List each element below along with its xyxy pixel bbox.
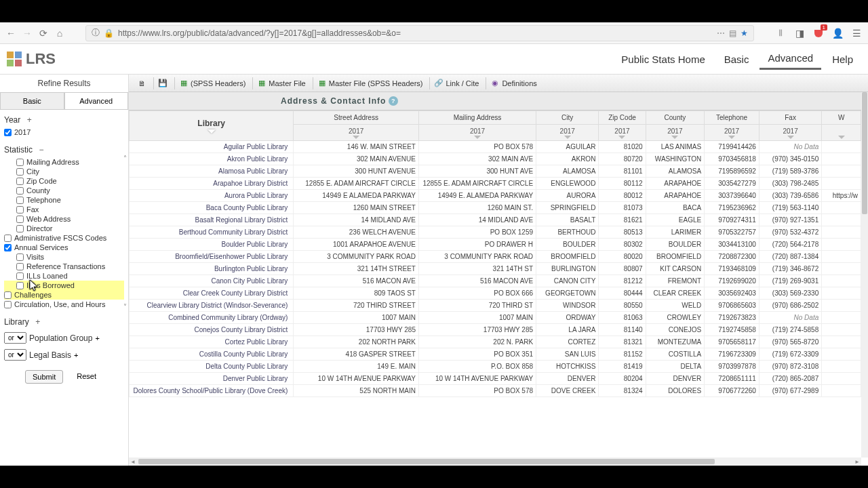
nav-advanced[interactable]: Advanced bbox=[760, 48, 821, 70]
help-icon[interactable]: ? bbox=[389, 96, 398, 106]
stat-checkbox[interactable] bbox=[16, 178, 24, 185]
section-collapse-up-icon[interactable]: ˄ bbox=[123, 155, 127, 162]
home-button[interactable]: ⌂ bbox=[54, 28, 65, 39]
table-row[interactable]: Denver Public Library10 W 14TH AVENUE PA… bbox=[130, 373, 861, 385]
stat-checkbox[interactable] bbox=[16, 282, 24, 289]
table-row[interactable]: Delta County Public Library149 E. MAINP.… bbox=[130, 361, 861, 373]
nav-basic[interactable]: Basic bbox=[716, 49, 757, 69]
stat-row[interactable]: Administrative FSCS Codes bbox=[4, 233, 124, 243]
col-street[interactable]: Street Address bbox=[294, 111, 419, 125]
bookmark-icon[interactable]: ★ bbox=[741, 28, 748, 38]
reader-icon[interactable]: ▤ bbox=[729, 28, 736, 38]
table-row[interactable]: Burlington Public Library321 14TH STREET… bbox=[130, 263, 861, 275]
stat-checkbox[interactable] bbox=[16, 206, 24, 214]
col-fax[interactable]: Fax bbox=[759, 111, 821, 125]
export-master-button[interactable]: ▦Master File bbox=[252, 77, 309, 89]
year-2017-row[interactable]: 2017 bbox=[4, 127, 124, 137]
stat-row[interactable]: Circulation, Use, and Hours bbox=[4, 300, 124, 309]
table-row[interactable]: Dolores County School/Public Library (Do… bbox=[130, 385, 861, 397]
table-row[interactable]: Akron Public Library302 MAIN AVENUE302 M… bbox=[130, 153, 861, 165]
stat-checkbox[interactable] bbox=[16, 272, 24, 280]
sidebar-icon[interactable]: ◨ bbox=[793, 27, 806, 39]
table-row[interactable]: Combined Community Library (Ordway)1007 … bbox=[130, 312, 861, 324]
vertical-scrollbar[interactable] bbox=[861, 92, 868, 458]
table-row[interactable]: Canon City Public Library516 MACON AVE51… bbox=[130, 275, 861, 287]
stat-checkbox[interactable] bbox=[16, 187, 24, 195]
table-row[interactable]: Cortez Public Library202 NORTH PARK202 N… bbox=[130, 336, 861, 348]
url-bar[interactable]: ⓘ 🔒 https://www.lrs.org/public/data/adva… bbox=[85, 25, 754, 41]
table-row[interactable]: Alamosa Public Library300 HUNT AVENUE300… bbox=[130, 165, 861, 178]
nav-help[interactable]: Help bbox=[824, 49, 861, 69]
logo[interactable]: LRS bbox=[7, 50, 56, 68]
stat-row[interactable]: County bbox=[4, 186, 124, 195]
stat-checkbox[interactable] bbox=[16, 263, 24, 270]
scrollbar-thumb[interactable] bbox=[862, 92, 867, 214]
stat-checkbox[interactable] bbox=[4, 291, 12, 299]
table-row[interactable]: Costilla County Public Library418 GASPER… bbox=[130, 348, 861, 361]
horizontal-scrollbar[interactable] bbox=[129, 458, 861, 466]
back-button[interactable]: ← bbox=[5, 28, 16, 39]
stat-checkbox[interactable] bbox=[4, 244, 12, 251]
stat-row[interactable]: Fax bbox=[4, 205, 124, 214]
filter-year-header[interactable]: Year + bbox=[4, 113, 124, 127]
pop-group-or-select[interactable]: or bbox=[4, 332, 26, 344]
export-blank-button[interactable]: 🗎 bbox=[133, 77, 151, 89]
library-icon[interactable]: ⫴ bbox=[774, 27, 787, 39]
stat-row[interactable]: City bbox=[4, 167, 124, 176]
stat-row[interactable]: Challenges bbox=[4, 290, 124, 300]
stat-checkbox[interactable] bbox=[4, 301, 12, 308]
sidebar-tab-basic[interactable]: Basic bbox=[0, 92, 64, 109]
table-row[interactable]: Clear Creek County Library District809 T… bbox=[130, 287, 861, 300]
table-row[interactable]: Arapahoe Library District12855 E. ADAM A… bbox=[130, 178, 861, 190]
stat-row[interactable]: Telephone bbox=[4, 195, 124, 205]
section-collapse-down-icon[interactable]: ˅ bbox=[123, 303, 127, 310]
more-icon[interactable]: ⋯ bbox=[717, 28, 725, 38]
export-master-spss-button[interactable]: ▦Master File (SPSS Headers) bbox=[313, 77, 427, 89]
stat-checkbox[interactable] bbox=[16, 253, 24, 261]
col-mailing[interactable]: Mailing Address bbox=[418, 111, 536, 125]
site-info-icon[interactable]: ⓘ bbox=[92, 27, 100, 39]
definitions-button[interactable]: ◉Definitions bbox=[486, 77, 540, 89]
table-row[interactable]: Berthoud Community Library District236 W… bbox=[130, 226, 861, 239]
stat-checkbox[interactable] bbox=[16, 159, 24, 166]
submit-button[interactable]: Submit bbox=[25, 370, 63, 384]
col-web[interactable]: W bbox=[822, 111, 861, 125]
scrollbar-thumb[interactable] bbox=[138, 459, 715, 464]
sidebar-tab-advanced[interactable]: Advanced bbox=[64, 92, 129, 109]
filter-library-header[interactable]: Library + bbox=[4, 314, 124, 329]
export-spss-button[interactable]: ▦(SPSS Headers) bbox=[174, 77, 250, 89]
stat-checkbox[interactable] bbox=[4, 235, 12, 242]
col-city[interactable]: City bbox=[536, 111, 599, 125]
table-row[interactable]: Clearview Library District (Windsor-Seve… bbox=[130, 300, 861, 312]
table-row[interactable]: Baca County Public Library1260 MAIN STRE… bbox=[130, 202, 861, 214]
export-save-button[interactable]: 💾 bbox=[153, 77, 172, 89]
stat-row[interactable]: ILLs Loaned bbox=[4, 271, 124, 281]
col-zip[interactable]: Zip Code bbox=[599, 111, 646, 125]
col-phone[interactable]: Telephone bbox=[705, 111, 760, 125]
table-row[interactable]: Broomfield/Eisenhower Public Library3 CO… bbox=[130, 251, 861, 263]
table-row[interactable]: Aguilar Public Library146 W. MAIN STREET… bbox=[130, 141, 861, 153]
menu-icon[interactable]: ☰ bbox=[850, 27, 863, 39]
stat-checkbox[interactable] bbox=[16, 216, 24, 223]
table-row[interactable]: Conejos County Library District17703 HWY… bbox=[130, 324, 861, 336]
year-2017-checkbox[interactable] bbox=[4, 129, 12, 136]
stat-row[interactable]: Reference Transactions bbox=[4, 262, 124, 271]
table-row[interactable]: Basalt Regional Library District14 MIDLA… bbox=[130, 214, 861, 226]
stat-row[interactable]: Mailing Address bbox=[4, 157, 124, 167]
col-library[interactable]: Library bbox=[130, 111, 294, 141]
reload-button[interactable]: ⟳ bbox=[38, 28, 49, 39]
stat-row[interactable]: Visits bbox=[4, 252, 124, 262]
reset-button[interactable]: Reset bbox=[70, 370, 103, 384]
pocket-icon[interactable]: 1 bbox=[812, 27, 825, 39]
stat-row[interactable]: Director bbox=[4, 224, 124, 233]
stat-row[interactable]: Annual Services bbox=[4, 243, 124, 252]
stat-row[interactable]: Web Address bbox=[4, 214, 124, 224]
filter-statistic-header[interactable]: Statistic − bbox=[4, 142, 124, 157]
link-cite-button[interactable]: 🔗Link / Cite bbox=[429, 77, 483, 89]
stat-row[interactable]: ILLs Borrowed bbox=[4, 281, 124, 290]
nav-public-stats-home[interactable]: Public Stats Home bbox=[613, 49, 713, 69]
stat-checkbox[interactable] bbox=[16, 225, 24, 232]
col-county[interactable]: County bbox=[646, 111, 705, 125]
stat-checkbox[interactable] bbox=[16, 197, 24, 204]
stat-checkbox[interactable] bbox=[16, 168, 24, 176]
